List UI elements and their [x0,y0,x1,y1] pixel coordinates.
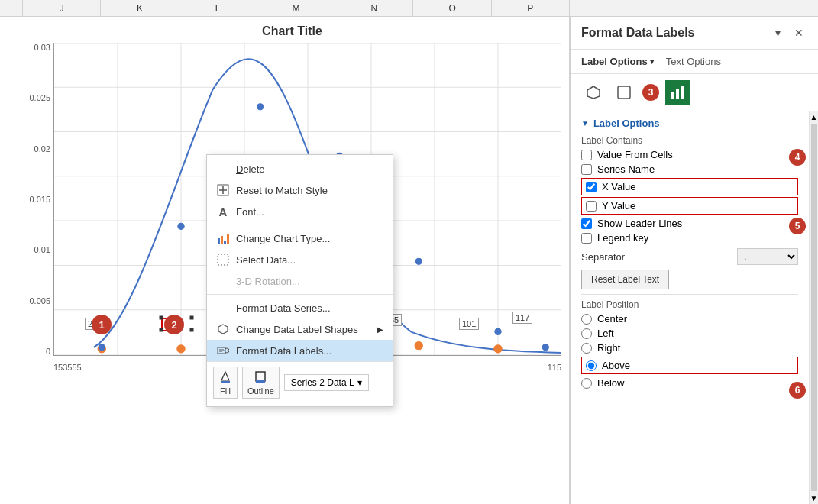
panel-header: Format Data Labels ▾ ✕ [571,17,818,50]
panel-expand-icon[interactable]: ▾ [769,24,786,41]
svg-rect-41 [256,372,265,381]
svg-rect-47 [681,86,684,99]
radio-right-input[interactable] [581,343,592,354]
checkbox-show-leader-lines-input[interactable] [581,218,592,229]
section-header-label-options[interactable]: ▼ Label Options [581,118,798,129]
annotation-3: 3 [642,84,659,101]
radio-below-input[interactable] [581,378,592,389]
menu-label-format-data-series: Format Data Series... [236,302,331,314]
panel-header-icons: ▾ ✕ [769,24,807,41]
outline-label: Outline [247,386,274,396]
svg-point-26 [415,258,422,264]
svg-rect-33 [227,234,229,244]
checkbox-x-value[interactable]: X Value [581,178,798,195]
checkbox-y-value-input[interactable] [586,201,597,212]
menu-label-select-data: Select Data... [236,254,296,266]
radio-above[interactable]: Above [581,357,798,374]
y-label-0: 0.03 [34,43,50,52]
submenu-arrow: ▶ [377,325,383,334]
checkbox-x-value-input[interactable] [586,182,597,192]
fill-button[interactable]: Fill [213,367,238,399]
panel-scrollbar[interactable]: ▲ ▼ [809,111,818,504]
checkbox-series-name-input[interactable] [581,164,592,175]
svg-rect-46 [676,89,679,99]
radio-above-label: Above [602,360,630,371]
svg-rect-42 [256,380,265,383]
fill-label: Fill [220,386,231,396]
reset-label-text-btn[interactable]: Reset Label Text [581,270,669,289]
radio-center-input[interactable] [581,314,592,325]
x-label-15: 15 [53,363,63,372]
font-icon: A [216,205,230,218]
svg-point-22 [99,344,105,351]
main-area: Chart Title 0.03 0.025 0.02 0.015 0.01 0… [0,17,818,504]
shape-effects-btn[interactable] [612,80,636,105]
col-header-P: P [492,0,570,16]
radio-right[interactable]: Right [581,342,798,354]
svg-rect-32 [224,241,226,244]
fill-effects-btn[interactable] [581,80,606,105]
svg-rect-44 [618,86,630,99]
svg-point-28 [542,344,548,351]
series-dropdown[interactable]: Series 2 Data L ▾ [284,374,369,391]
context-toolbar: Fill Outline Series 2 Data L ▾ [207,361,393,403]
panel-icon-row: 3 [571,74,818,111]
data-label-101: 101 [459,318,479,330]
series-label: Series 2 Data L [291,377,354,388]
menu-item-select-data[interactable]: Select Data... [207,249,393,270]
svg-rect-30 [218,238,220,244]
col-header-L: L [179,0,257,16]
chart-options-btn[interactable] [665,80,690,105]
annotation-5-badge: 5 [789,218,806,234]
menu-item-delete[interactable]: Delete [207,158,393,179]
format-series-icon [216,301,230,315]
col-header-M: M [257,0,335,16]
y-label-1: 0.025 [29,93,50,102]
annotation-1: 1 [92,315,112,334]
reset-style-icon [216,183,230,197]
col-header-spacer [570,0,818,16]
svg-point-21 [494,345,502,353]
checkbox-legend-key-input[interactable] [581,233,592,244]
separator-2 [207,294,393,295]
scroll-down-btn[interactable]: ▼ [810,494,818,502]
radio-left-input[interactable] [581,328,592,339]
label-position-label: Label Position [581,299,798,310]
separator-select[interactable]: , [737,248,798,265]
scroll-thumb[interactable] [811,124,817,491]
checkbox-series-name[interactable]: Series Name [581,163,798,175]
checkbox-show-leader-lines[interactable]: Show Leader Lines [581,218,798,229]
panel-close-icon[interactable]: ✕ [791,24,807,41]
checkbox-show-leader-lines-label: Show Leader Lines [597,218,682,229]
panel-content: ▼ Label Options Label Contains Value Fro… [571,111,809,504]
scroll-up-btn[interactable]: ▲ [810,113,818,121]
menu-item-font[interactable]: A Font... [207,201,393,222]
radio-below[interactable]: Below [581,377,798,389]
checkbox-value-from-cells[interactable]: Value From Cells [581,149,798,160]
row-num-spacer [0,0,23,16]
menu-item-format-data-labels[interactable]: Format Data Labels... [207,340,393,361]
menu-item-change-label-shapes[interactable]: Change Data Label Shapes ▶ [207,318,393,340]
radio-center[interactable]: Center [581,313,798,325]
menu-label-delete: Delete [236,163,265,175]
tab-text-options[interactable]: Text Options [666,56,721,70]
collapse-icon: ▼ [581,119,589,128]
tab-label-options[interactable]: Label Options ▾ [581,56,654,70]
menu-item-format-data-series[interactable]: Format Data Series... [207,297,393,318]
checkbox-value-from-cells-input[interactable] [581,150,592,160]
radio-left-label: Left [597,328,614,339]
menu-label-change-label-shapes: Change Data Label Shapes [236,324,358,335]
outline-button[interactable]: Outline [242,367,280,399]
radio-right-label: Right [597,342,620,354]
radio-left[interactable]: Left [581,328,798,339]
chart-title: Chart Title [23,24,561,38]
menu-item-reset-style[interactable]: Reset to Match Style [207,179,393,201]
label-shapes-icon [216,322,230,336]
checkbox-y-value[interactable]: Y Value [581,197,798,215]
menu-item-change-chart-type[interactable]: Change Chart Type... [207,228,393,249]
menu-label-format-data-labels: Format Data Labels... [236,345,331,357]
checkbox-legend-key[interactable]: Legend key [581,232,798,244]
separator-row: Separator , [581,248,798,265]
handle-sq [190,316,194,320]
radio-above-input[interactable] [586,360,597,371]
